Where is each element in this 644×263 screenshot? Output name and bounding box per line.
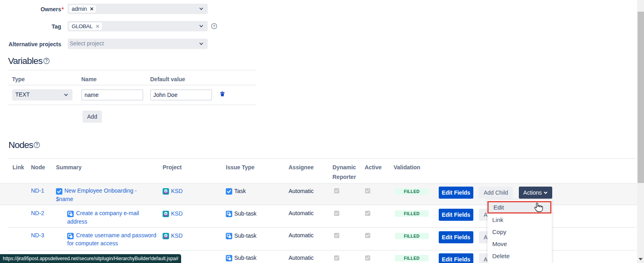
svg-text:?: ? (35, 143, 38, 147)
svg-text:?: ? (213, 24, 215, 28)
svg-text:?: ? (45, 59, 47, 63)
